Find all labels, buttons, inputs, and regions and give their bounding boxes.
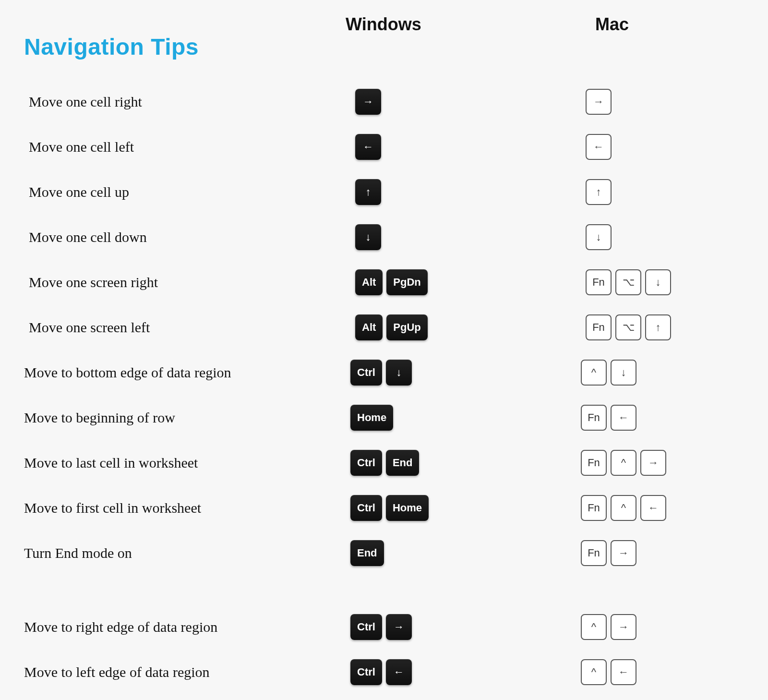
mac-keys: ^← [562, 659, 725, 685]
mac-key: ⌥ [615, 269, 641, 295]
shortcut-label: Turn End mode on [24, 545, 350, 561]
windows-key: Alt [355, 269, 383, 295]
column-headers: Windows Mac [331, 14, 739, 35]
shortcut-label: Move to first cell in worksheet [24, 500, 350, 516]
mac-keys: → [566, 89, 730, 115]
windows-key: Ctrl [350, 659, 382, 685]
windows-keys: End [350, 540, 562, 566]
page-title: Navigation Tips [24, 34, 331, 60]
mac-key: → [611, 540, 636, 566]
shortcut-label: Move to bottom edge of data region [24, 364, 350, 381]
windows-key: → [386, 614, 412, 640]
windows-key: ↓ [386, 360, 412, 386]
windows-key: → [355, 89, 381, 115]
mac-key: Fn [586, 269, 612, 295]
shortcut-row: Move to last cell in worksheetCtrlEndFn^… [24, 450, 744, 476]
windows-key: Home [350, 405, 393, 431]
mac-key: → [611, 614, 636, 640]
mac-key: ← [586, 134, 612, 160]
windows-keys: → [355, 89, 566, 115]
shortcut-row: Move to bottom edge of data regionCtrl↓^… [24, 360, 744, 386]
mac-key: Fn [581, 450, 607, 476]
shortcut-label: Move one screen left [24, 319, 355, 336]
mac-key: ↓ [586, 224, 612, 250]
windows-keys: Ctrl↓ [350, 360, 562, 386]
mac-key: ^ [611, 450, 636, 476]
mac-keys: Fn← [562, 405, 725, 431]
mac-keys: ^↓ [562, 360, 725, 386]
windows-key: ↑ [355, 179, 381, 205]
mac-keys: Fn^→ [562, 450, 725, 476]
shortcut-row: Move one cell down↓↓ [24, 224, 744, 250]
shortcut-row: Move one screen rightAltPgDnFn⌥↓ [24, 269, 744, 295]
shortcut-row: Move to right edge of data regionCtrl→^→ [24, 614, 744, 640]
windows-keys: AltPgUp [355, 314, 566, 340]
mac-keys: ↓ [566, 224, 730, 250]
page: Navigation Tips Windows Mac Move one cel… [0, 0, 768, 700]
mac-key: Fn [581, 540, 607, 566]
shortcut-row: Move one cell up↑↑ [24, 179, 744, 205]
windows-key: Ctrl [350, 360, 382, 386]
mac-keys: Fn→ [562, 540, 725, 566]
windows-keys: AltPgDn [355, 269, 566, 295]
windows-keys: Home [350, 405, 562, 431]
shortcut-label: Move one cell right [24, 94, 355, 110]
shortcut-label: Move one cell down [24, 229, 355, 245]
shortcut-row: Move to left edge of data regionCtrl←^← [24, 659, 744, 685]
mac-key: Fn [581, 495, 607, 521]
column-header-windows: Windows [331, 14, 576, 35]
windows-keys: Ctrl→ [350, 614, 562, 640]
mac-keys: Fn⌥↑ [566, 314, 730, 340]
shortcut-label: Move to left edge of data region [24, 664, 350, 680]
mac-keys: ^→ [562, 614, 725, 640]
windows-keys: ↑ [355, 179, 566, 205]
mac-key: ^ [581, 360, 607, 386]
header-row: Navigation Tips Windows Mac [24, 14, 744, 79]
windows-key: Ctrl [350, 614, 382, 640]
mac-key: ^ [611, 495, 636, 521]
windows-key: Ctrl [350, 495, 382, 521]
column-header-mac: Mac [576, 14, 739, 35]
mac-keys: Fn⌥↓ [566, 269, 730, 295]
windows-key: ← [355, 134, 381, 160]
mac-key: → [640, 450, 666, 476]
shortcut-grid: Move one cell right→→Move one cell left←… [24, 89, 744, 700]
shortcut-row: Turn End mode onEndFn→ [24, 540, 744, 566]
mac-key: ↓ [645, 269, 671, 295]
mac-key: ^ [581, 614, 607, 640]
shortcut-row: Move one screen leftAltPgUpFn⌥↑ [24, 314, 744, 340]
shortcut-label: Move one cell up [24, 184, 355, 200]
windows-keys: CtrlEnd [350, 450, 562, 476]
mac-key: ↑ [586, 179, 612, 205]
windows-keys: Ctrl← [350, 659, 562, 685]
windows-keys: CtrlHome [350, 495, 562, 521]
mac-key: ↓ [611, 360, 636, 386]
windows-key: PgDn [386, 269, 427, 295]
windows-key: End [386, 450, 420, 476]
windows-keys: ↓ [355, 224, 566, 250]
windows-key: ↓ [355, 224, 381, 250]
windows-key: PgUp [386, 314, 427, 340]
shortcut-row: Move one cell right→→ [24, 89, 744, 115]
mac-key: ↑ [645, 314, 671, 340]
windows-key: Alt [355, 314, 383, 340]
mac-key: ← [611, 659, 636, 685]
mac-keys: ← [566, 134, 730, 160]
shortcut-label: Move one screen right [24, 274, 355, 290]
shortcut-row: Move one cell left←← [24, 134, 744, 160]
windows-key: Ctrl [350, 450, 382, 476]
mac-key: ← [611, 405, 636, 431]
windows-key: Home [386, 495, 429, 521]
mac-key: Fn [586, 314, 612, 340]
mac-key: → [586, 89, 612, 115]
mac-key: ⌥ [615, 314, 641, 340]
mac-keys: ↑ [566, 179, 730, 205]
mac-key: Fn [581, 405, 607, 431]
shortcut-label: Move to beginning of row [24, 410, 350, 426]
shortcut-label: Move one cell left [24, 139, 355, 155]
windows-keys: ← [355, 134, 566, 160]
windows-key: ← [386, 659, 412, 685]
shortcut-label: Move to last cell in worksheet [24, 455, 350, 471]
shortcut-row: Move to beginning of rowHomeFn← [24, 405, 744, 431]
shortcut-row: Move to first cell in worksheetCtrlHomeF… [24, 495, 744, 521]
